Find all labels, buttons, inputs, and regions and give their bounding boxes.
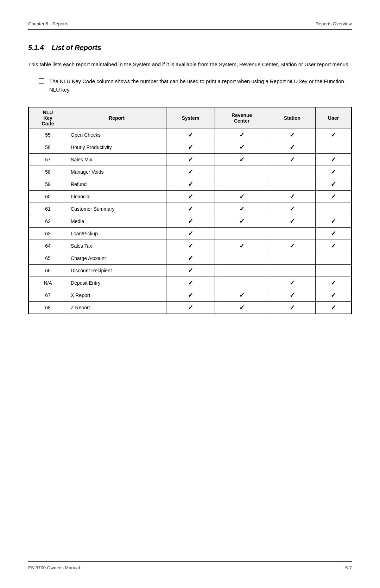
cell-user: ✓ [316, 129, 352, 141]
table-row: 62Media✓✓✓✓ [28, 215, 352, 228]
cell-user: ✓ [316, 215, 352, 228]
checkmark-station: ✓ [290, 242, 295, 249]
cell-center: ✓ [215, 302, 269, 314]
cell-user: ✓ [316, 289, 352, 302]
cell-code: 68 [28, 302, 67, 314]
checkmark-center: ✓ [239, 304, 245, 311]
cell-station: ✓ [269, 191, 316, 203]
cell-report: Refund [67, 178, 166, 191]
cell-code: 55 [28, 129, 67, 141]
page-container: Chapter 5 - Reports Reports Overview 5.1… [0, 0, 380, 588]
checkmark-user: ✓ [331, 181, 336, 188]
checkmark-system: ✓ [188, 292, 193, 299]
cell-user: ✓ [316, 166, 352, 178]
cell-code: 62 [28, 215, 67, 228]
section-title-text: List of Reports [52, 44, 101, 51]
bullet-section: The NLU Key Code column shows the number… [39, 77, 352, 94]
cell-system: ✓ [166, 166, 215, 178]
cell-station: ✓ [269, 154, 316, 166]
cell-center: ✓ [215, 141, 269, 154]
cell-code: 63 [28, 228, 67, 240]
bullet-text: The NLU Key Code column shows the number… [49, 77, 352, 94]
body-text: This table lists each report maintained … [28, 60, 352, 69]
table-row: 60Financial✓✓✓✓ [28, 191, 352, 203]
checkmark-user: ✓ [331, 193, 336, 200]
checkmark-center: ✓ [239, 131, 245, 138]
checkmark-user: ✓ [331, 230, 336, 237]
checkmark-center: ✓ [239, 292, 245, 299]
checkmark-user: ✓ [331, 156, 336, 163]
checkmark-station: ✓ [290, 205, 295, 212]
checkmark-user: ✓ [331, 292, 336, 299]
table-row: 68Z Report✓✓✓✓ [28, 302, 352, 314]
checkmark-system: ✓ [188, 255, 193, 262]
cell-report: Loan/Pickup [67, 228, 166, 240]
table-row: 58Manager Voids✓✓ [28, 166, 352, 178]
checkmark-system: ✓ [188, 267, 193, 274]
cell-user: ✓ [316, 240, 352, 252]
cell-code: 66 [28, 265, 67, 277]
cell-system: ✓ [166, 141, 215, 154]
cell-code: 67 [28, 289, 67, 302]
table-row: 63Loan/Pickup✓✓ [28, 228, 352, 240]
cell-center: ✓ [215, 154, 269, 166]
report-table: NLUKeyCode Report System RevenueCenter S… [28, 107, 352, 314]
checkmark-station: ✓ [290, 144, 295, 151]
cell-station [269, 228, 316, 240]
cell-center: ✓ [215, 240, 269, 252]
cell-user [316, 252, 352, 265]
checkmark-system: ✓ [188, 279, 193, 286]
cell-station: ✓ [269, 129, 316, 141]
cell-system: ✓ [166, 154, 215, 166]
cell-center [215, 277, 269, 289]
checkmark-user: ✓ [331, 218, 336, 225]
page-header: Chapter 5 - Reports Reports Overview [28, 21, 352, 30]
checkmark-station: ✓ [290, 304, 295, 311]
checkmark-station: ✓ [290, 218, 295, 225]
cell-station: ✓ [269, 203, 316, 215]
cell-code: 60 [28, 191, 67, 203]
cell-code: 58 [28, 166, 67, 178]
cell-center [215, 178, 269, 191]
header-left: Chapter 5 - Reports [28, 21, 68, 26]
checkmark-user: ✓ [331, 168, 336, 175]
cell-user: ✓ [316, 154, 352, 166]
table-header-row: NLUKeyCode Report System RevenueCenter S… [28, 107, 352, 129]
cell-report: Financial [67, 191, 166, 203]
checkmark-center: ✓ [239, 156, 245, 163]
checkmark-center: ✓ [239, 242, 245, 249]
cell-system: ✓ [166, 203, 215, 215]
table-row: N/ADeposit Entry✓✓✓ [28, 277, 352, 289]
cell-center [215, 166, 269, 178]
checkmark-user: ✓ [331, 242, 336, 249]
cell-center [215, 252, 269, 265]
cell-code: N/A [28, 277, 67, 289]
cell-system: ✓ [166, 215, 215, 228]
th-station: Station [269, 107, 316, 129]
cell-code: 57 [28, 154, 67, 166]
cell-station: ✓ [269, 215, 316, 228]
table-row: 55Open Checks✓✓✓✓ [28, 129, 352, 141]
cell-code: 61 [28, 203, 67, 215]
cell-station [269, 252, 316, 265]
table-row: 66Discount Recipient✓ [28, 265, 352, 277]
cell-center: ✓ [215, 129, 269, 141]
cell-user: ✓ [316, 178, 352, 191]
checkmark-system: ✓ [188, 131, 193, 138]
cell-center: ✓ [215, 203, 269, 215]
cell-system: ✓ [166, 302, 215, 314]
cell-center [215, 265, 269, 277]
checkmark-user: ✓ [331, 279, 336, 286]
cell-code: 59 [28, 178, 67, 191]
section-number: 5.1.4 [28, 44, 44, 51]
page-footer: FS-3700 Owner's Manual 5-7 [28, 561, 352, 570]
cell-system: ✓ [166, 191, 215, 203]
cell-code: 64 [28, 240, 67, 252]
cell-report: Deposit Entry [67, 277, 166, 289]
cell-system: ✓ [166, 289, 215, 302]
checkmark-system: ✓ [188, 218, 193, 225]
checkmark-system: ✓ [188, 205, 193, 212]
checkmark-center: ✓ [239, 205, 245, 212]
cell-report: Charge Account [67, 252, 166, 265]
checkmark-system: ✓ [188, 181, 193, 188]
